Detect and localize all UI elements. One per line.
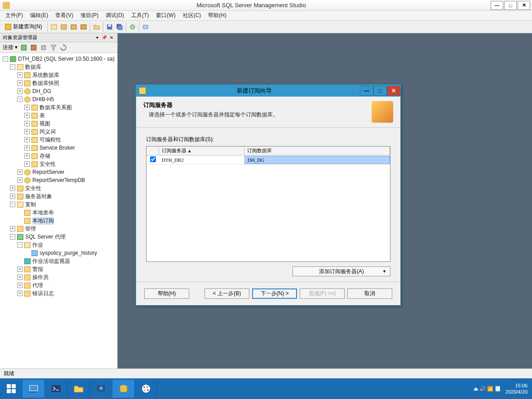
toolbar-icon-4[interactable]: [79, 22, 88, 31]
save-all-icon[interactable]: [115, 22, 124, 31]
expand-icon[interactable]: +: [17, 266, 22, 272]
tree-db-security[interactable]: 安全性: [40, 160, 56, 168]
expand-icon[interactable]: +: [17, 283, 22, 288]
close-button[interactable]: ✕: [518, 1, 530, 10]
tree-synonyms[interactable]: 同义词: [40, 128, 56, 136]
menu-project[interactable]: 项目(P): [77, 11, 102, 20]
close-panel-icon[interactable]: ✕: [108, 35, 115, 41]
menu-tools[interactable]: 工具(T): [128, 11, 152, 20]
tree-security[interactable]: 安全性: [25, 185, 41, 192]
subscription-db-column-header[interactable]: 订阅数据库: [244, 146, 390, 155]
tree-reportserver[interactable]: ReportServer: [32, 169, 64, 175]
tree-diagrams[interactable]: 数据库关系图: [40, 104, 72, 111]
tray-icons[interactable]: ⏏ 🔊 📶 📃: [474, 386, 501, 392]
expand-icon[interactable]: +: [24, 153, 30, 159]
tree-databases[interactable]: 数据库: [25, 63, 41, 71]
dialog-close-button[interactable]: ✕: [387, 86, 400, 96]
expand-icon[interactable]: +: [17, 275, 22, 280]
subscription-db-cell[interactable]: DH_DG: [244, 156, 390, 164]
expand-icon[interactable]: +: [17, 72, 22, 78]
menu-edit[interactable]: 编辑(E): [27, 11, 52, 20]
expand-icon[interactable]: +: [17, 291, 22, 296]
mstsc-taskbar-icon[interactable]: [90, 380, 112, 398]
new-query-button[interactable]: 新建查询(N): [2, 22, 45, 32]
save-icon[interactable]: [105, 22, 114, 31]
grid-row[interactable]: DTH_DB2 DH_DG: [146, 155, 390, 164]
tree-sql-agent[interactable]: SQL Server 代理: [25, 233, 66, 241]
menu-window[interactable]: 窗口(W): [152, 11, 179, 20]
dialog-minimize-button[interactable]: —: [360, 86, 373, 96]
tree-system-databases[interactable]: 系统数据库: [32, 71, 59, 79]
menu-view[interactable]: 查看(V): [52, 11, 77, 20]
open-file-icon[interactable]: [92, 22, 101, 31]
expand-icon[interactable]: +: [24, 137, 30, 142]
start-button[interactable]: [0, 380, 22, 398]
collapse-icon[interactable]: −: [17, 97, 22, 102]
windows-taskbar[interactable]: ⏏ 🔊 📶 📃 15:06 2020/4/20: [0, 378, 532, 399]
next-button[interactable]: 下一步(N) >: [252, 288, 297, 299]
dropdown-icon[interactable]: ▾: [94, 35, 100, 41]
tree-reportservertemp[interactable]: ReportServerTempDB: [32, 177, 85, 183]
tree-service-broker[interactable]: Service Broker: [40, 145, 75, 151]
checkbox-column-header[interactable]: [146, 146, 159, 155]
stop-icon[interactable]: [40, 44, 47, 51]
server-manager-taskbar-icon[interactable]: [22, 380, 45, 398]
cancel-button[interactable]: 取消: [347, 288, 392, 299]
subscribers-grid[interactable]: 订阅服务器▴ 订阅数据库 DTH_DB2 DH_DG: [146, 146, 390, 262]
expand-icon[interactable]: +: [17, 89, 22, 94]
connect-dropdown[interactable]: 连接 ▾: [3, 44, 18, 51]
toolbar-icon-2[interactable]: [59, 22, 68, 31]
expand-icon[interactable]: +: [24, 113, 30, 118]
menu-file[interactable]: 文件(F): [2, 11, 27, 20]
tree-server-root[interactable]: DTH_DB2 (SQL Server 10.50.1600 - sa): [18, 56, 115, 62]
tree-local-publications[interactable]: 本地发布: [32, 209, 54, 217]
tree-jobs[interactable]: 作业: [32, 241, 43, 249]
system-tray[interactable]: ⏏ 🔊 📶 📃 15:06 2020/4/20: [469, 382, 532, 395]
help-button[interactable]: 帮助(H): [144, 288, 189, 299]
tree-db-dh-dg[interactable]: DH_DG: [32, 88, 51, 94]
expand-icon[interactable]: +: [10, 194, 15, 199]
refresh-icon[interactable]: [60, 44, 67, 51]
paint-taskbar-icon[interactable]: [135, 380, 157, 398]
tree-db-dhib[interactable]: DHIB-H5: [32, 96, 54, 102]
expand-icon[interactable]: +: [17, 177, 22, 183]
tree-replication[interactable]: 复制: [25, 201, 36, 208]
back-button[interactable]: < 上一步(B): [204, 288, 249, 299]
expand-icon[interactable]: +: [24, 145, 30, 151]
tree-proxies[interactable]: 代理: [32, 282, 43, 289]
db-engine-query-icon[interactable]: [49, 22, 58, 31]
expand-icon[interactable]: +: [24, 129, 30, 134]
expand-icon[interactable]: +: [17, 169, 22, 175]
expand-icon[interactable]: +: [24, 161, 30, 167]
expand-icon[interactable]: +: [24, 105, 30, 110]
tree-tables[interactable]: 表: [40, 112, 45, 120]
tree-server-objects[interactable]: 服务器对象: [25, 193, 52, 200]
dialog-maximize-button[interactable]: □: [373, 86, 387, 96]
tree-error-logs[interactable]: 错误日志: [32, 290, 54, 297]
add-subscriber-button[interactable]: 添加订阅服务器(A) ▼: [293, 266, 390, 276]
tree-programmability[interactable]: 可编程性: [40, 136, 61, 144]
collapse-icon[interactable]: −: [3, 56, 8, 62]
subscriber-checkbox[interactable]: [150, 156, 156, 162]
tree-local-subscriptions[interactable]: 本地订阅: [32, 217, 54, 225]
subscriber-cell[interactable]: DTH_DB2: [159, 156, 244, 164]
pin-icon[interactable]: 📌: [101, 35, 107, 41]
tree-syspolicy-job[interactable]: syspolicy_purge_history: [40, 250, 97, 256]
minimize-button[interactable]: —: [491, 1, 503, 10]
expand-icon[interactable]: +: [10, 186, 15, 191]
powershell-taskbar-icon[interactable]: [45, 380, 67, 398]
expand-icon[interactable]: +: [24, 121, 30, 126]
tree-views[interactable]: 视图: [40, 120, 50, 128]
collapse-icon[interactable]: −: [10, 202, 15, 207]
expand-icon[interactable]: +: [10, 226, 15, 231]
toolbar-icon-3[interactable]: [69, 22, 78, 31]
menu-debug[interactable]: 调试(D): [102, 11, 128, 20]
tree-job-activity-monitor[interactable]: 作业活动监视器: [32, 257, 70, 265]
object-explorer-tree[interactable]: −DTH_DB2 (SQL Server 10.50.1600 - sa) −数…: [0, 53, 117, 375]
explorer-taskbar-icon[interactable]: [67, 380, 90, 398]
disconnect-icon[interactable]: [30, 44, 37, 51]
expand-icon[interactable]: +: [17, 80, 22, 86]
connect-icon[interactable]: [20, 44, 27, 51]
tree-management[interactable]: 管理: [25, 225, 36, 233]
tree-database-snapshots[interactable]: 数据库快照: [32, 80, 59, 87]
